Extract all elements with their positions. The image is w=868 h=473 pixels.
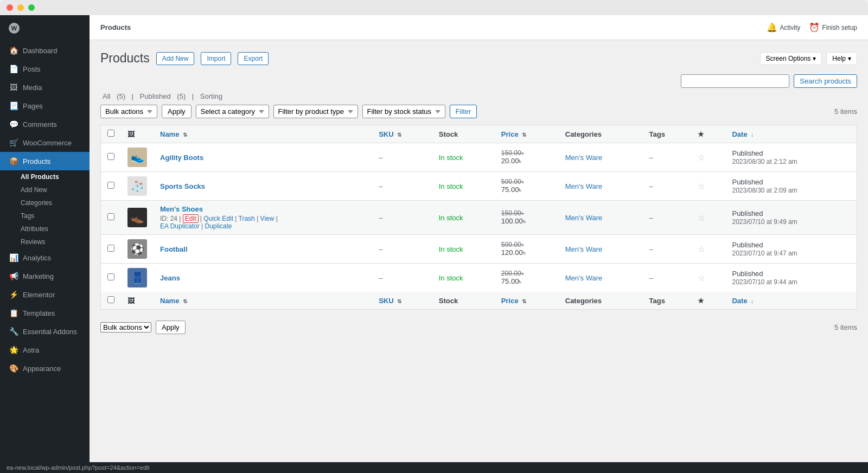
- category-link-4[interactable]: Men's Ware: [565, 245, 602, 253]
- name-sort-icon: ⇅: [183, 132, 187, 138]
- product-thumbnail-5: 👖: [127, 268, 147, 287]
- page-header-left: Products Add New Import Export: [100, 51, 269, 66]
- row-stock-2: In stock: [432, 172, 495, 201]
- edit-action-link-3[interactable]: Edit: [183, 214, 199, 223]
- sidebar-item-marketing[interactable]: 📢 Marketing: [0, 267, 90, 285]
- main-area: Products 🔔 Activity ⏰ Finish setup Produ…: [90, 15, 868, 473]
- th-price[interactable]: Price ⇅: [495, 125, 559, 143]
- search-input[interactable]: [681, 74, 789, 88]
- product-name-link-2[interactable]: Sports Socks: [160, 182, 205, 190]
- sidebar-sub-all-products[interactable]: All Products: [0, 170, 90, 183]
- row-sku-3: –: [372, 201, 432, 235]
- bottom-bulk-actions-select[interactable]: Bulk actions: [100, 322, 151, 333]
- stock-status-select[interactable]: Filter by stock status: [362, 105, 445, 118]
- product-type-select[interactable]: Filter by product type: [273, 105, 358, 118]
- sidebar-item-dashboard[interactable]: 🏠 Dashboard: [0, 41, 90, 60]
- filter-all-link[interactable]: All (5): [100, 92, 130, 100]
- view-action-link-3[interactable]: View: [260, 215, 275, 222]
- sidebar-item-pages[interactable]: 📃 Pages: [0, 97, 90, 115]
- url-bar: ea-new.local/wp-admin/post.php?post=24&a…: [0, 462, 868, 473]
- import-button[interactable]: Import: [201, 52, 231, 65]
- row-checkbox-cell: [101, 143, 122, 172]
- table-row: 👟 Agility Boots – In stock 150.00৳ 20.: [101, 143, 857, 172]
- sidebar-item-appearance[interactable]: 🎨 Appearance: [0, 359, 90, 378]
- row-checkbox-3[interactable]: [107, 213, 114, 220]
- top-bar: Products 🔔 Activity ⏰ Finish setup: [90, 15, 868, 40]
- row-checkbox-5[interactable]: [107, 273, 114, 280]
- sidebar-item-elementor[interactable]: ⚡ Elementor: [0, 285, 90, 304]
- category-link-2[interactable]: Men's Ware: [565, 182, 602, 190]
- sidebar-item-products[interactable]: 📦 Products: [0, 152, 90, 170]
- elementor-icon: ⚡: [9, 290, 18, 299]
- sidebar-item-astra[interactable]: 🌟 Astra: [0, 341, 90, 359]
- export-button[interactable]: Export: [238, 52, 269, 65]
- row-name-3: Men's Shoes ID: 24 | Edit | Quick Edit |…: [154, 201, 372, 235]
- th-foot-date[interactable]: Date ↓: [725, 292, 857, 310]
- star-icon-3[interactable]: ☆: [698, 213, 705, 222]
- row-checkbox-4[interactable]: [107, 245, 114, 252]
- sidebar-item-woocommerce[interactable]: 🛒 WooCommerce: [0, 133, 90, 152]
- filter-published-link[interactable]: Published (5): [138, 92, 190, 100]
- product-name-link-5[interactable]: Jeans: [160, 274, 180, 282]
- select-all-checkbox[interactable]: [107, 130, 114, 137]
- sidebar-sub-reviews[interactable]: Reviews: [0, 235, 90, 248]
- ea-duplicator-action-link-3[interactable]: EA Duplicator: [160, 222, 200, 230]
- help-button[interactable]: Help ▾: [826, 52, 857, 65]
- sidebar-item-media[interactable]: 🖼 Media: [0, 78, 90, 97]
- sidebar-item-comments[interactable]: 💬 Comments: [0, 115, 90, 133]
- minimize-button[interactable]: [17, 4, 24, 11]
- search-products-button[interactable]: Search products: [794, 74, 857, 88]
- table-row: ⚽ Football – In stock 500.00৳ 120.00৳: [101, 235, 857, 264]
- sidebar-sub-add-new[interactable]: Add New: [0, 183, 90, 196]
- select-all-footer-checkbox[interactable]: [107, 296, 114, 303]
- add-new-button[interactable]: Add New: [156, 52, 195, 65]
- trash-action-link-3[interactable]: Trash: [239, 215, 255, 222]
- quick-edit-action-link-3[interactable]: Quick Edit: [203, 215, 233, 222]
- th-date[interactable]: Date ↓: [725, 125, 857, 143]
- sidebar-item-analytics[interactable]: 📊 Analytics: [0, 248, 90, 267]
- sidebar-sub-tags[interactable]: Tags: [0, 209, 90, 222]
- sidebar-sub-categories[interactable]: Categories: [0, 196, 90, 209]
- filter-button[interactable]: Filter: [450, 105, 477, 118]
- window-chrome: [0, 0, 868, 15]
- row-checkbox-cell: [101, 264, 122, 292]
- category-link-5[interactable]: Men's Ware: [565, 274, 602, 282]
- bottom-apply-button[interactable]: Apply: [156, 321, 186, 334]
- sidebar-label-analytics: Analytics: [23, 254, 51, 262]
- sidebar-item-posts[interactable]: 📄 Posts: [0, 60, 90, 78]
- screen-options-button[interactable]: Screen Options ▾: [760, 52, 822, 65]
- sidebar-item-templates[interactable]: 📋 Templates: [0, 304, 90, 322]
- category-link-3[interactable]: Men's Ware: [565, 214, 602, 222]
- th-name[interactable]: Name ⇅: [154, 125, 372, 143]
- image-column-icon: 🖼: [127, 130, 135, 138]
- filter-sorting-link[interactable]: Sorting: [198, 92, 225, 100]
- duplicate-action-link-3[interactable]: Duplicate: [205, 222, 232, 230]
- category-link-1[interactable]: Men's Ware: [565, 154, 602, 162]
- row-checkbox-1[interactable]: [107, 153, 114, 160]
- product-name-link-4[interactable]: Football: [160, 245, 188, 253]
- sidebar-item-essential-addons[interactable]: 🔧 Essential Addons: [0, 322, 90, 341]
- product-name-link-3[interactable]: Men's Shoes: [160, 205, 203, 213]
- th-foot-sku[interactable]: SKU ⇅: [372, 292, 432, 310]
- product-name-link-1[interactable]: Agility Boots: [160, 154, 203, 162]
- th-foot-name[interactable]: Name ⇅: [154, 292, 372, 310]
- top-bar-title: Products: [100, 23, 131, 31]
- th-foot-price[interactable]: Price ⇅: [495, 292, 559, 310]
- sidebar-label-posts: Posts: [23, 65, 41, 73]
- maximize-button[interactable]: [28, 4, 35, 11]
- category-select[interactable]: Select a category: [196, 105, 269, 118]
- close-button[interactable]: [7, 4, 13, 11]
- star-icon-4[interactable]: ☆: [698, 245, 705, 254]
- filter-published-label: Published: [140, 92, 171, 100]
- finish-setup-button[interactable]: ⏰ Finish setup: [809, 22, 857, 33]
- th-sku[interactable]: SKU ⇅: [372, 125, 432, 143]
- sidebar-sub-attributes[interactable]: Attributes: [0, 222, 90, 235]
- star-icon-5[interactable]: ☆: [698, 273, 705, 283]
- star-icon-2[interactable]: ☆: [698, 182, 705, 191]
- activity-button[interactable]: 🔔 Activity: [767, 22, 800, 33]
- row-checkbox-2[interactable]: [107, 182, 114, 189]
- bulk-actions-select[interactable]: Bulk actions: [100, 105, 157, 118]
- bulk-apply-button[interactable]: Apply: [162, 105, 192, 118]
- row-star-3: ☆: [691, 201, 726, 235]
- star-icon-1[interactable]: ☆: [698, 153, 705, 162]
